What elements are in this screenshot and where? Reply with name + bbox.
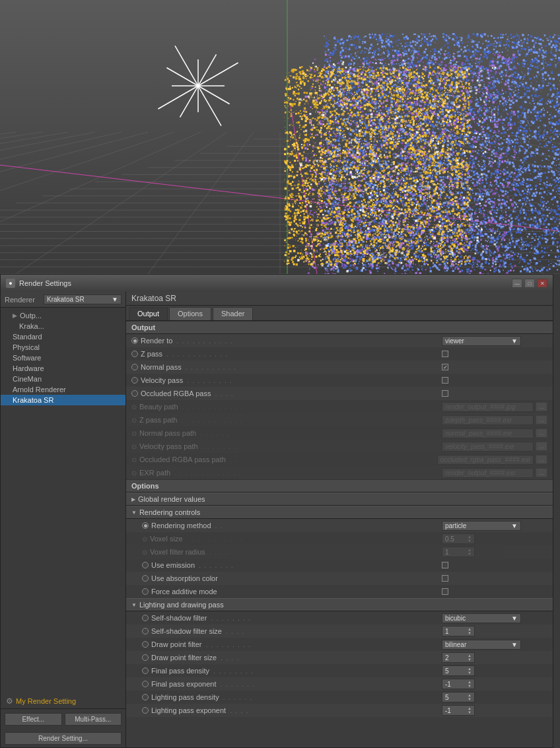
effect-button[interactable]: Effect... <box>5 713 62 726</box>
final-pass-density-value: 5 <box>445 667 449 675</box>
render-setting-button[interactable]: Render Setting... <box>5 732 122 745</box>
force-additive-checkbox[interactable] <box>442 588 448 595</box>
final-pass-density-label: Final pass density <box>151 667 209 675</box>
z-pass-radio[interactable] <box>131 351 138 357</box>
velocity-pass-checkbox[interactable] <box>442 377 448 384</box>
final-pass-exponent-label: Final pass exponent <box>151 680 216 688</box>
z-pass-dots: . . . . . . . . . . . . <box>166 350 228 358</box>
lighting-pass-density-down[interactable]: ▼ <box>468 697 472 701</box>
use-absorption-radio[interactable] <box>142 575 149 582</box>
self-shadow-filter-dropdown[interactable]: bicubic ▼ <box>442 613 521 623</box>
final-pass-density-down[interactable]: ▼ <box>468 671 472 675</box>
normal-pass-radio[interactable] <box>131 364 138 370</box>
force-additive-label: Force additive mode <box>151 588 217 595</box>
sidebar-item-standard[interactable]: Standard <box>1 331 125 342</box>
close-button[interactable]: ✕ <box>537 279 547 288</box>
final-pass-exponent-down[interactable]: ▼ <box>468 684 472 688</box>
beauty-path-browse[interactable]: ... <box>536 402 547 411</box>
final-pass-exponent-spinner[interactable]: -1 ▲ ▼ <box>442 679 475 689</box>
self-shadow-size-radio[interactable] <box>142 628 149 634</box>
lighting-pass-exponent-radio[interactable] <box>142 707 149 714</box>
occluded-rgba-path-label: Occluded RGBA pass path <box>139 456 226 463</box>
sidebar-item-krakatoa-sr[interactable]: Krakatoa SR <box>1 395 125 405</box>
rendering-controls-label: Rendering controls <box>139 508 200 516</box>
tab-shader[interactable]: Shader <box>213 307 253 320</box>
draw-point-filter-radio[interactable] <box>142 641 149 648</box>
force-additive-radio[interactable] <box>142 588 149 595</box>
final-pass-density-spinner[interactable]: 5 ▲ ▼ <box>442 665 475 676</box>
panel-body[interactable]: Output Render to . . . . . . . . . . . v… <box>126 321 553 747</box>
lighting-pass-exponent-down[interactable]: ▼ <box>468 710 472 714</box>
my-render-setting-label[interactable]: My Render Setting <box>16 697 76 705</box>
sidebar-item-label: Outp... <box>20 312 42 320</box>
options-section-header: Options <box>126 479 553 493</box>
self-shadow-size-spinner[interactable]: 1 ▲ ▼ <box>442 626 475 636</box>
draw-point-filter-size-radio[interactable] <box>142 654 149 661</box>
sidebar-item-label: Arnold Renderer <box>13 386 66 393</box>
draw-point-filter-size-down[interactable]: ▼ <box>468 658 472 662</box>
restore-button[interactable]: □ <box>524 279 535 288</box>
z-pass-path-row: ⊙ Z pass path . . . . . . . . . . . . zd… <box>126 413 553 426</box>
velocity-pass-radio[interactable] <box>131 377 138 384</box>
sidebar-item-software[interactable]: Software <box>1 353 125 363</box>
occluded-rgba-radio[interactable] <box>131 390 138 397</box>
voxel-filter-radius-down[interactable]: ▼ <box>468 552 472 556</box>
lighting-pass-density-spinner[interactable]: 5 ▲ ▼ <box>442 692 475 702</box>
occluded-rgba-path-value: occluded_rgba_pass_####.exr <box>437 455 534 465</box>
lighting-pass-density-radio[interactable] <box>142 694 149 700</box>
voxel-size-spinner[interactable]: 0.5 ▲ ▼ <box>442 533 475 544</box>
velocity-pass-path-browse[interactable]: ... <box>536 442 547 451</box>
sidebar-item-arnold[interactable]: Arnold Renderer <box>1 384 125 395</box>
exr-path-browse[interactable]: ... <box>536 468 547 477</box>
exr-path-value: render_output_####.exr <box>442 468 534 478</box>
self-shadow-filter-radio[interactable] <box>142 615 149 621</box>
normal-pass-checkbox[interactable]: ✓ <box>442 364 448 370</box>
tab-options[interactable]: Options <box>169 307 211 320</box>
normal-pass-path-icon: ⊙ <box>131 430 137 437</box>
final-pass-density-radio[interactable] <box>142 667 149 674</box>
normal-pass-path-browse[interactable]: ... <box>536 428 547 438</box>
final-pass-exponent-radio[interactable] <box>142 681 149 687</box>
renderer-dropdown[interactable]: Krakatoa SR ▼ <box>44 294 122 304</box>
use-absorption-checkbox[interactable] <box>442 575 448 582</box>
use-emission-radio[interactable] <box>142 562 149 568</box>
rendering-method-dropdown[interactable]: particle ▼ <box>442 521 521 531</box>
lighting-pass-exponent-spinner[interactable]: -1 ▲ ▼ <box>442 705 475 716</box>
sidebar-item-krak[interactable]: Kraka... <box>1 321 125 331</box>
voxel-size-down[interactable]: ▼ <box>468 539 472 543</box>
sidebar-item-cineman[interactable]: CineMan <box>1 374 125 384</box>
title-bar: ● Render Settings — □ ✕ <box>1 275 553 292</box>
z-pass-checkbox[interactable] <box>442 351 448 357</box>
tab-output[interactable]: Output <box>129 307 168 320</box>
use-absorption-color-row: Use absorption color <box>126 572 553 585</box>
lighting-section-header[interactable]: ▼ Lighting and drawing pass <box>126 598 553 611</box>
draw-point-filter-size-arrows: ▲ ▼ <box>468 654 472 662</box>
sidebar-item-output[interactable]: ▶ Outp... <box>1 310 125 321</box>
use-emission-checkbox[interactable] <box>442 562 448 568</box>
voxel-filter-radius-spinner[interactable]: 1 ▲ ▼ <box>442 547 475 557</box>
z-pass-path-browse[interactable]: ... <box>536 415 547 425</box>
occluded-rgba-checkbox[interactable] <box>442 390 448 397</box>
lighting-pass-exponent-row: Lighting pass exponent . . . . -1 ▲ ▼ <box>126 704 553 717</box>
global-render-values-header[interactable]: ▶ Global render values <box>126 493 553 506</box>
global-render-values-label: Global render values <box>138 495 205 503</box>
rendering-controls-header[interactable]: ▼ Rendering controls <box>126 506 553 519</box>
rendering-method-radio[interactable] <box>142 522 149 529</box>
sidebar-item-physical[interactable]: Physical <box>1 342 125 353</box>
render-to-radio[interactable] <box>131 337 138 344</box>
draw-point-filter-size-spinner[interactable]: 2 ▲ ▼ <box>442 652 475 663</box>
3d-viewport-canvas <box>0 0 560 274</box>
multipass-button[interactable]: Multi-Pass... <box>65 713 122 726</box>
occluded-rgba-path-row: ⊙ Occluded RGBA pass path . . . occluded… <box>126 453 553 466</box>
sidebar-item-hardware[interactable]: Hardware <box>1 363 125 374</box>
use-emission-row: Use emission . . . . . . . <box>126 559 553 572</box>
render-to-dropdown[interactable]: viewer ▼ <box>442 336 521 346</box>
self-shadow-size-down[interactable]: ▼ <box>468 631 472 635</box>
minimize-button[interactable]: — <box>512 279 522 288</box>
occluded-rgba-path-browse[interactable]: ... <box>536 455 547 464</box>
render-to-dots: . . . . . . . . . . . <box>176 337 232 345</box>
occluded-rgba-label: Occluded RGBA pass <box>141 390 211 397</box>
draw-point-filter-dropdown[interactable]: bilinear ▼ <box>442 640 521 650</box>
sidebar-item-label: Krakatoa SR <box>13 396 53 404</box>
voxel-size-icon: ⊙ <box>142 535 147 543</box>
